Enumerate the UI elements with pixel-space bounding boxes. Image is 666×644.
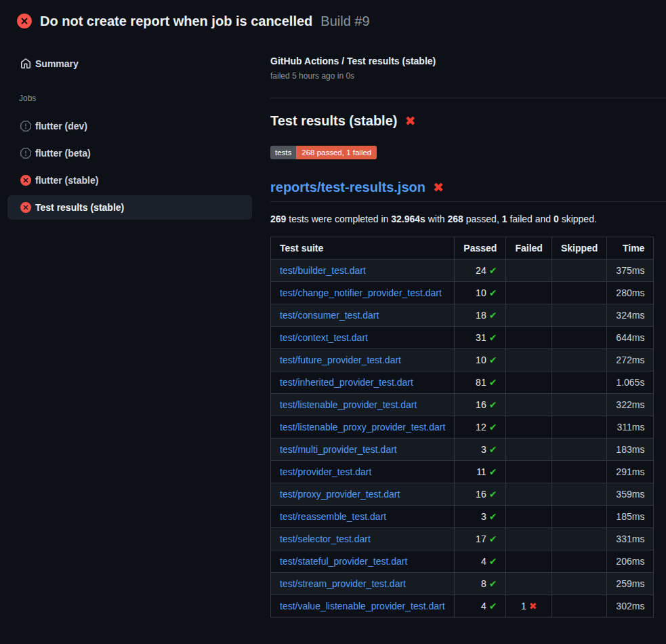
skipped-cell <box>551 550 606 573</box>
time-cell: 185ms <box>607 506 654 528</box>
job-label: flutter (beta) <box>35 148 91 159</box>
failed-cell <box>506 349 551 371</box>
passed-cell: 17✔ <box>455 528 506 550</box>
sidebar-item-flutter-dev[interactable]: flutter (dev) <box>7 114 252 138</box>
main-content: GitHub Actions / Test results (stable) f… <box>259 38 666 618</box>
table-row: test/stream_provider_test.dart8✔259ms <box>271 573 654 595</box>
sidebar-item-test-results-stable[interactable]: Test results (stable) <box>7 195 252 220</box>
test-suite-link[interactable]: test/change_notifier_provider_test.dart <box>280 287 442 298</box>
badge-label: tests <box>270 146 296 159</box>
table-row: test/proxy_provider_test.dart16✔359ms <box>271 483 654 506</box>
test-suite-link[interactable]: test/consumer_test.dart <box>280 310 379 321</box>
test-suite-link[interactable]: test/proxy_provider_test.dart <box>280 489 400 500</box>
passed-cell: 16✔ <box>455 483 506 506</box>
skipped-cell <box>551 327 606 349</box>
passed-cell: 31✔ <box>455 327 506 349</box>
check-mark-icon: ✔ <box>489 601 497 611</box>
column-header-failed: Failed <box>506 237 551 260</box>
sidebar-item-flutter-beta[interactable]: flutter (beta) <box>7 141 252 165</box>
skipped-cell <box>551 260 606 282</box>
time-cell: 311ms <box>607 416 654 439</box>
suite-cell: test/proxy_provider_test.dart <box>271 483 455 506</box>
time-cell: 331ms <box>607 528 654 550</box>
report-file-link[interactable]: reports/test-results.json <box>270 180 425 195</box>
test-suite-link[interactable]: test/listenable_provider_test.dart <box>280 399 417 410</box>
table-row: test/provider_test.dart11✔291ms <box>271 461 654 483</box>
check-mark-icon: ✔ <box>489 287 497 298</box>
suite-cell: test/listenable_provider_test.dart <box>271 394 455 416</box>
failed-cell <box>506 483 551 506</box>
table-row: test/builder_test.dart24✔375ms <box>271 260 654 282</box>
check-mark-icon: ✔ <box>489 332 497 343</box>
time-cell: 302ms <box>607 595 654 618</box>
table-row: test/selector_test.dart17✔331ms <box>271 528 654 550</box>
summary-segment: passed, <box>463 214 502 224</box>
sidebar-item-flutter-stable[interactable]: flutter (stable) <box>7 168 252 193</box>
table-row: test/context_test.dart31✔644ms <box>271 327 654 349</box>
time-cell: 272ms <box>607 349 654 371</box>
check-mark-icon: ✔ <box>489 377 497 388</box>
test-suite-link[interactable]: test/stream_provider_test.dart <box>280 578 406 589</box>
cross-mark-icon: ✖ <box>433 181 444 194</box>
failed-cell <box>506 327 551 349</box>
time-cell: 1.065s <box>607 371 654 394</box>
time-cell: 359ms <box>607 483 654 506</box>
suite-cell: test/listenable_proxy_provider_test.dart <box>271 416 455 439</box>
suite-cell: test/stateful_provider_test.dart <box>271 550 455 573</box>
test-suite-link[interactable]: test/builder_test.dart <box>280 265 366 276</box>
column-header-passed: Passed <box>455 237 506 260</box>
test-suite-link[interactable]: test/multi_provider_test.dart <box>280 444 397 455</box>
test-suite-link[interactable]: test/inherited_provider_test.dart <box>280 377 413 388</box>
summary-segment: tests were completed in <box>286 214 391 224</box>
test-suite-link[interactable]: test/provider_test.dart <box>280 466 371 477</box>
check-mark-icon: ✔ <box>489 534 497 544</box>
check-mark-icon: ✔ <box>489 310 497 321</box>
column-header-test-suite: Test suite <box>271 237 455 260</box>
time-cell: 291ms <box>607 461 654 483</box>
skipped-cell <box>551 483 606 506</box>
test-suite-link[interactable]: test/listenable_proxy_provider_test.dart <box>280 422 445 432</box>
skipped-cell <box>551 528 606 550</box>
check-mark-icon: ✔ <box>489 489 497 500</box>
skipped-cell <box>551 282 606 304</box>
skipped-cell <box>551 416 606 439</box>
test-suite-link[interactable]: test/future_provider_test.dart <box>280 355 401 365</box>
summary-segment: skipped. <box>559 214 597 224</box>
job-label: flutter (dev) <box>35 121 87 132</box>
test-suite-link[interactable]: test/selector_test.dart <box>280 534 371 544</box>
passed-cell: 8✔ <box>455 573 506 595</box>
check-mark-icon: ✔ <box>489 556 497 567</box>
sidebar-item-summary[interactable]: Summary <box>7 52 252 76</box>
time-cell: 259ms <box>607 573 654 595</box>
skipped-cell <box>551 349 606 371</box>
time-cell: 324ms <box>607 304 654 327</box>
check-mark-icon: ✔ <box>489 511 497 522</box>
time-cell: 280ms <box>607 282 654 304</box>
failed-cell <box>506 371 551 394</box>
table-row: test/consumer_test.dart18✔324ms <box>271 304 654 327</box>
jobs-list: flutter (dev) flutter (beta) flutter (st… <box>0 114 259 220</box>
suite-cell: test/consumer_test.dart <box>271 304 455 327</box>
summary-segment: 269 <box>270 214 286 224</box>
skipped-cell <box>551 506 606 528</box>
test-suite-link[interactable]: test/context_test.dart <box>280 332 368 343</box>
test-suite-link[interactable]: test/reassemble_test.dart <box>280 511 386 522</box>
time-cell: 206ms <box>607 550 654 573</box>
test-suite-link[interactable]: test/value_listenable_provider_test.dart <box>280 601 445 611</box>
failed-cell <box>506 260 551 282</box>
workflow-breadcrumb: GitHub Actions / Test results (stable) <box>270 56 666 66</box>
table-row: test/change_notifier_provider_test.dart1… <box>271 282 654 304</box>
jobs-section-label: Jobs <box>19 94 259 103</box>
skipped-cell <box>551 595 606 618</box>
x-circle-fill-icon <box>20 202 31 213</box>
failed-cell <box>506 528 551 550</box>
test-suite-link[interactable]: test/stateful_provider_test.dart <box>280 556 407 567</box>
sidebar-summary-label: Summary <box>35 58 79 69</box>
run-title: Do not create report when job is cancell… <box>40 14 312 29</box>
suite-cell: test/reassemble_test.dart <box>271 506 455 528</box>
time-cell: 183ms <box>607 439 654 461</box>
table-row: test/stateful_provider_test.dart4✔206ms <box>271 550 654 573</box>
job-label: Test results (stable) <box>35 202 124 213</box>
skipped-cell <box>551 439 606 461</box>
summary-segment: 32.964s <box>391 214 425 224</box>
